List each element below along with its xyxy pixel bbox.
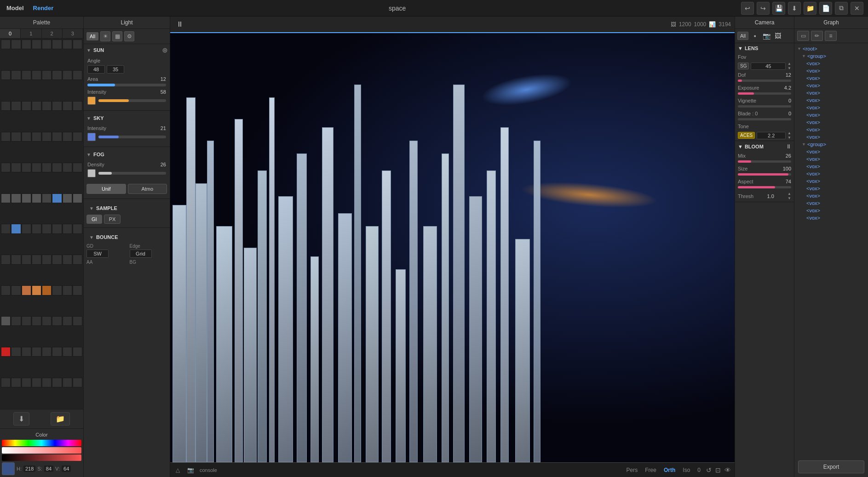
- viewport-canvas[interactable]: [170, 33, 735, 462]
- export-button[interactable]: Export: [798, 460, 864, 473]
- palette-cell[interactable]: [11, 101, 21, 111]
- tree-item[interactable]: <vox>: [794, 74, 868, 82]
- iso-value[interactable]: 0: [696, 466, 702, 474]
- palette-cell[interactable]: [32, 255, 41, 264]
- palette-cell[interactable]: [52, 285, 62, 295]
- sun-color-swatch[interactable]: [87, 97, 96, 105]
- px-button[interactable]: PX: [104, 215, 121, 224]
- atmo-button[interactable]: Atmo: [128, 184, 167, 194]
- camera-video-icon[interactable]: 📷: [761, 31, 771, 41]
- palette-cell[interactable]: [73, 285, 82, 295]
- palette-cell[interactable]: [52, 316, 62, 326]
- lens-arrow[interactable]: ▼: [738, 45, 743, 51]
- palette-cell[interactable]: [42, 316, 52, 326]
- fog-color-swatch[interactable]: [87, 169, 96, 177]
- tree-item[interactable]: <vox>: [794, 82, 868, 89]
- tree-item[interactable]: <vox>: [794, 214, 868, 221]
- palette-cell[interactable]: [73, 224, 82, 233]
- size-slider[interactable]: [738, 173, 791, 176]
- palette-cell[interactable]: [73, 70, 82, 80]
- tree-item[interactable]: <vox>: [794, 170, 868, 177]
- tree-item[interactable]: ▼<root>: [794, 45, 868, 52]
- palette-download-btn[interactable]: ⬇: [13, 412, 29, 426]
- tree-item[interactable]: <vox>: [794, 104, 868, 111]
- graph-pen-tool[interactable]: ✏: [811, 31, 823, 41]
- palette-cell[interactable]: [1, 101, 11, 111]
- palette-cell[interactable]: [1, 316, 11, 326]
- palette-cell[interactable]: [52, 70, 62, 80]
- palette-cell[interactable]: [1, 378, 11, 387]
- palette-tab-2[interactable]: 2: [42, 29, 63, 38]
- palette-tab-0[interactable]: 0: [0, 29, 21, 38]
- dof-slider[interactable]: [738, 80, 791, 82]
- palette-cell[interactable]: [32, 285, 41, 295]
- palette-cell[interactable]: [52, 101, 62, 111]
- palette-cell[interactable]: [11, 163, 21, 172]
- palette-cell[interactable]: [32, 101, 41, 111]
- palette-cell[interactable]: [22, 40, 31, 49]
- tree-item[interactable]: <vox>: [794, 119, 868, 126]
- palette-cell[interactable]: [52, 163, 62, 172]
- undo-button[interactable]: ↩: [741, 2, 754, 15]
- palette-cell[interactable]: [63, 224, 72, 233]
- camera-cube-icon[interactable]: ▪: [750, 31, 760, 41]
- color-saturation-bar[interactable]: [2, 447, 81, 454]
- palette-cell[interactable]: [11, 70, 21, 80]
- tree-item[interactable]: ▼<group>: [794, 52, 868, 60]
- palette-tab-1[interactable]: 1: [21, 29, 41, 38]
- palette-cell[interactable]: [73, 101, 82, 111]
- palette-cell[interactable]: [42, 163, 52, 172]
- palette-cell[interactable]: [73, 378, 82, 387]
- unif-button[interactable]: Unif: [86, 184, 126, 194]
- fov-value[interactable]: 45: [751, 62, 786, 70]
- palette-cell[interactable]: [73, 193, 82, 203]
- tree-item[interactable]: <vox>: [794, 148, 868, 155]
- palette-folder-btn[interactable]: 📁: [51, 412, 70, 426]
- render-menu[interactable]: Render: [33, 5, 54, 11]
- palette-cell[interactable]: [73, 40, 82, 49]
- light-filter-all[interactable]: All: [86, 32, 98, 40]
- palette-cell[interactable]: [22, 347, 31, 357]
- palette-cell[interactable]: [22, 285, 31, 295]
- tree-item[interactable]: <vox>: [794, 177, 868, 185]
- palette-cell[interactable]: [1, 163, 11, 172]
- tree-item[interactable]: <vox>: [794, 163, 868, 170]
- tree-item[interactable]: <vox>: [794, 199, 868, 207]
- orth-button[interactable]: Orth: [662, 466, 677, 474]
- vignette-slider[interactable]: [738, 105, 791, 108]
- sun-area-slider[interactable]: [87, 84, 166, 86]
- gi-button[interactable]: GI: [86, 215, 102, 224]
- palette-cell[interactable]: [11, 378, 21, 387]
- palette-cell[interactable]: [42, 193, 52, 203]
- new-file-button[interactable]: 📄: [819, 2, 832, 15]
- palette-cell[interactable]: [11, 40, 21, 49]
- sky-color-swatch[interactable]: [87, 133, 96, 141]
- palette-cell[interactable]: [22, 255, 31, 264]
- palette-cell[interactable]: [22, 163, 31, 172]
- palette-cell[interactable]: [22, 101, 31, 111]
- sun-arrow[interactable]: ▼: [86, 48, 91, 53]
- palette-cell[interactable]: [22, 132, 31, 142]
- palette-cell[interactable]: [32, 70, 41, 80]
- tone-down-arrow[interactable]: ▼: [788, 136, 791, 140]
- palette-cell[interactable]: [73, 347, 82, 357]
- palette-cell[interactable]: [42, 132, 52, 142]
- tone-up-arrow[interactable]: ▲: [788, 131, 791, 136]
- palette-cell[interactable]: [1, 224, 11, 233]
- tree-item[interactable]: <vox>: [794, 185, 868, 192]
- graph-list-tool[interactable]: ≡: [825, 31, 837, 41]
- light-settings-icon[interactable]: ⚙: [124, 31, 134, 41]
- palette-cell[interactable]: [63, 285, 72, 295]
- palette-cell[interactable]: [63, 101, 72, 111]
- palette-cell[interactable]: [63, 193, 72, 203]
- blade-slider[interactable]: [738, 118, 791, 120]
- fov-preset[interactable]: SG: [738, 62, 749, 69]
- palette-cell[interactable]: [52, 347, 62, 357]
- palette-cell[interactable]: [11, 224, 21, 233]
- fov-down-arrow[interactable]: ▼: [788, 66, 791, 71]
- palette-cell[interactable]: [42, 101, 52, 111]
- eye-icon[interactable]: 👁: [724, 466, 731, 474]
- tree-item[interactable]: <vox>: [794, 207, 868, 214]
- bounce-arrow[interactable]: ▼: [89, 235, 94, 240]
- palette-cell[interactable]: [11, 285, 21, 295]
